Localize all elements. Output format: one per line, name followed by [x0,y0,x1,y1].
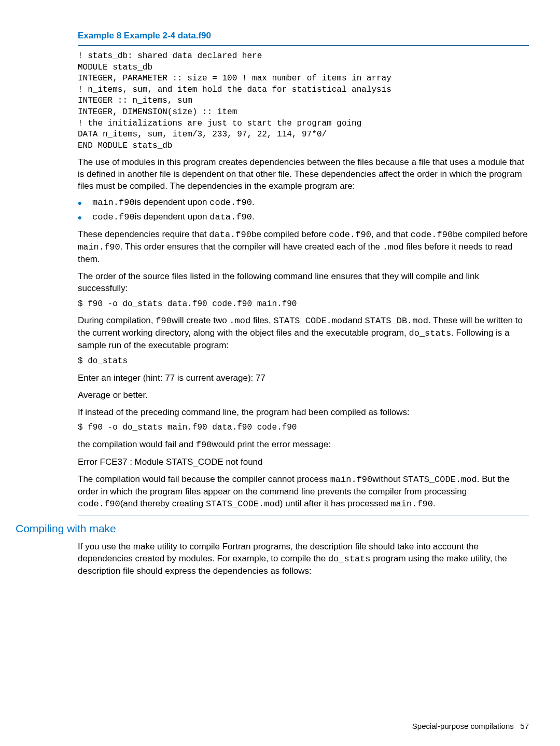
page-content: Example 8 Example 2-4 data.f90 ! stats_d… [0,0,560,746]
code-inline: main.f90 [330,475,373,485]
bullet-list: main.f90is dependent upon code.f90. code… [78,197,529,224]
code-inline: code.f90 [329,230,371,240]
code-inline: STATS_CODE.mod [206,499,280,509]
para-during-compilation: During compilation, f90will create two .… [78,315,529,352]
code-inline: STATS_DB.mod [365,316,428,326]
text-inline: . [252,212,255,222]
text-inline: files, [250,315,273,325]
code-inline: main.f90 [390,499,433,509]
code-inline: code.f90 [209,198,252,208]
code-inline: STATS_CODE.mod [274,316,348,326]
text-inline: is dependent upon [135,197,210,207]
para-enter-integer: Enter an integer (hint: 77 is current av… [78,372,529,384]
para-error: Error FCE37 : Module STATS_CODE not foun… [78,457,529,468]
rule-top [78,45,529,46]
text-inline: These dependencies require that [78,229,209,239]
text-inline: . This order ensures that the compiler w… [120,242,383,252]
code-inline: do_stats [409,328,451,338]
code-inline: .mod [229,316,250,326]
text-inline: (and thereby creating [120,499,206,508]
code-inline: f90 [156,316,172,326]
code-inline: f90 [196,440,212,450]
footer-label: Special-purpose compilations [412,722,514,730]
code-inline: .mod [383,242,404,252]
code-inline: main.f90 [78,242,120,252]
text-inline: . [433,499,436,508]
text-inline: the compilation would fail and [78,439,196,449]
text-inline: would print the error message: [212,439,331,449]
text-inline: and [347,315,365,325]
code-inline: main.f90 [92,198,135,208]
text-inline: is dependent upon [135,212,210,222]
para-instead: If instead of the preceding command line… [78,407,529,419]
text-inline: be compiled before [453,229,528,239]
code-inline: data.f90 [209,212,252,222]
para-fail-msg: the compilation would fail and f90would … [78,439,529,451]
bullet-code: code.f90is dependent upon data.f90. [78,211,529,224]
text-inline: be compiled before [251,229,329,239]
para-average: Average or better. [78,390,529,402]
section-title-compiling-make: Compiling with make [16,521,529,536]
text-inline: The compilation would fail because the c… [78,474,330,484]
footer-page-number: 57 [520,722,529,730]
para-order-required: These dependencies require that data.f90… [78,229,529,266]
para-order-success: The order of the source files listed in … [78,271,529,295]
text-inline: without [372,474,403,484]
para-fail-reason: The compilation would fail because the c… [78,474,529,510]
code-inline: do_stats [328,554,371,564]
rule-bottom [78,516,529,516]
text-inline: . [252,197,255,207]
text-inline: ) until after it has processed [280,499,391,508]
text-inline: will create two [172,315,229,325]
text-inline: , and that [371,229,411,239]
para-make: If you use the make utility to compile F… [78,541,529,577]
code-block-data-f90: ! stats_db: shared data declared here MO… [78,51,529,151]
cmd-run-do-stats: $ do_stats [78,356,529,367]
code-inline: data.f90 [209,230,251,240]
cmd-compile-correct: $ f90 -o do_stats data.f90 code.f90 main… [78,299,529,310]
code-inline: code.f90 [78,499,120,509]
cmd-compile-wrong: $ f90 -o do_stats main.f90 data.f90 code… [78,422,529,434]
para-dependencies-intro: The use of modules in this program creat… [78,157,529,192]
text-inline: During compilation, [78,315,156,325]
bullet-main: main.f90is dependent upon code.f90. [78,197,529,209]
code-inline: STATS_CODE.mod [403,475,477,485]
code-inline: code.f90 [411,230,453,240]
code-inline: code.f90 [92,212,135,222]
example-title: Example 8 Example 2-4 data.f90 [78,30,529,42]
page-footer: Special-purpose compilations 57 [412,721,529,731]
